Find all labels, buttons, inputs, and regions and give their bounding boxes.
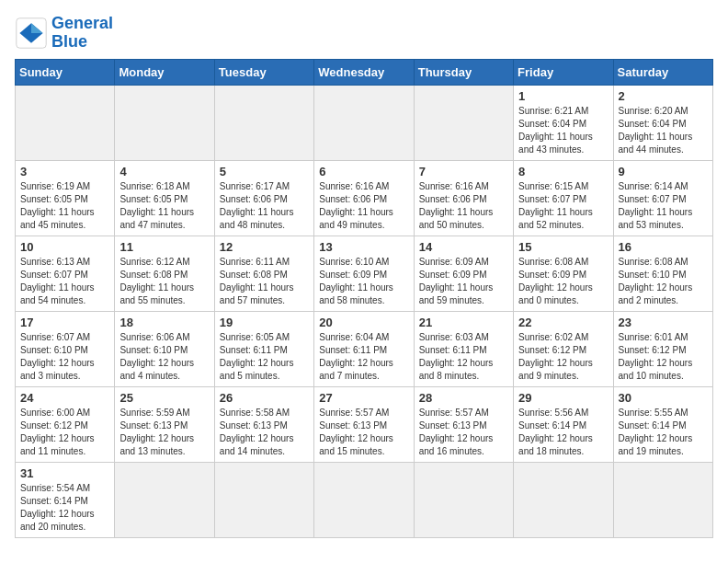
day-info: Sunrise: 6:06 AM Sunset: 6:10 PM Dayligh… — [119, 331, 209, 383]
empty-cell — [16, 85, 115, 160]
day-number: 9 — [619, 165, 708, 178]
day-cell-14: 14Sunrise: 6:09 AM Sunset: 6:09 PM Dayli… — [414, 236, 513, 311]
day-cell-11: 11Sunrise: 6:12 AM Sunset: 6:08 PM Dayli… — [115, 236, 214, 311]
day-number: 21 — [419, 316, 508, 329]
day-number: 31 — [20, 466, 109, 480]
day-info: Sunrise: 5:54 AM Sunset: 6:14 PM Dayligh… — [20, 482, 109, 534]
day-info: Sunrise: 5:55 AM Sunset: 6:14 PM Dayligh… — [619, 407, 708, 458]
empty-cell — [514, 462, 613, 537]
day-number: 11 — [119, 240, 209, 254]
logo: General Blue — [15, 15, 113, 52]
day-info: Sunrise: 6:21 AM Sunset: 6:04 PM Dayligh… — [518, 105, 608, 156]
day-info: Sunrise: 5:57 AM Sunset: 6:13 PM Dayligh… — [319, 407, 408, 458]
day-cell-18: 18Sunrise: 6:06 AM Sunset: 6:10 PM Dayli… — [115, 311, 214, 386]
day-number: 16 — [619, 240, 708, 254]
day-cell-30: 30Sunrise: 5:55 AM Sunset: 6:14 PM Dayli… — [613, 386, 712, 462]
day-number: 5 — [220, 165, 309, 178]
day-cell-24: 24Sunrise: 6:00 AM Sunset: 6:12 PM Dayli… — [16, 386, 115, 462]
empty-cell — [115, 462, 214, 537]
day-number: 25 — [119, 391, 209, 405]
day-number: 2 — [619, 89, 708, 103]
day-info: Sunrise: 6:00 AM Sunset: 6:12 PM Dayligh… — [20, 407, 109, 458]
day-info: Sunrise: 6:07 AM Sunset: 6:10 PM Dayligh… — [20, 331, 109, 383]
day-number: 15 — [518, 240, 608, 254]
day-info: Sunrise: 6:08 AM Sunset: 6:10 PM Dayligh… — [619, 256, 708, 307]
day-cell-13: 13Sunrise: 6:10 AM Sunset: 6:09 PM Dayli… — [314, 236, 414, 311]
day-number: 22 — [518, 316, 608, 329]
logo-icon — [15, 17, 48, 50]
day-number: 20 — [319, 316, 408, 329]
day-info: Sunrise: 6:05 AM Sunset: 6:11 PM Dayligh… — [220, 331, 309, 383]
day-info: Sunrise: 6:18 AM Sunset: 6:05 PM Dayligh… — [119, 180, 209, 232]
day-info: Sunrise: 6:15 AM Sunset: 6:07 PM Dayligh… — [518, 180, 608, 232]
day-info: Sunrise: 6:02 AM Sunset: 6:12 PM Dayligh… — [518, 331, 608, 383]
logo-general: General — [51, 14, 113, 32]
empty-cell — [314, 85, 414, 160]
day-cell-21: 21Sunrise: 6:03 AM Sunset: 6:11 PM Dayli… — [414, 311, 513, 386]
day-info: Sunrise: 6:14 AM Sunset: 6:07 PM Dayligh… — [619, 180, 708, 232]
day-info: Sunrise: 6:17 AM Sunset: 6:06 PM Dayligh… — [220, 180, 309, 232]
day-cell-1: 1Sunrise: 6:21 AM Sunset: 6:04 PM Daylig… — [514, 85, 613, 160]
day-cell-27: 27Sunrise: 5:57 AM Sunset: 6:13 PM Dayli… — [314, 386, 414, 462]
day-info: Sunrise: 6:20 AM Sunset: 6:04 PM Dayligh… — [619, 105, 708, 156]
day-number: 19 — [220, 316, 309, 329]
calendar-row-3: 17Sunrise: 6:07 AM Sunset: 6:10 PM Dayli… — [16, 311, 713, 386]
day-number: 17 — [20, 316, 109, 329]
day-number: 27 — [319, 391, 408, 405]
calendar-row-5: 31Sunrise: 5:54 AM Sunset: 6:14 PM Dayli… — [16, 462, 713, 537]
weekday-header-thursday: Thursday — [414, 59, 513, 85]
day-cell-16: 16Sunrise: 6:08 AM Sunset: 6:10 PM Dayli… — [613, 236, 712, 311]
day-number: 28 — [419, 391, 508, 405]
weekday-header-tuesday: Tuesday — [214, 59, 313, 85]
weekday-header-friday: Friday — [514, 59, 613, 85]
day-number: 1 — [518, 89, 608, 103]
day-number: 3 — [20, 165, 109, 178]
empty-cell — [314, 462, 414, 537]
day-info: Sunrise: 5:59 AM Sunset: 6:13 PM Dayligh… — [119, 407, 209, 458]
day-number: 10 — [20, 240, 109, 254]
day-info: Sunrise: 6:16 AM Sunset: 6:06 PM Dayligh… — [319, 180, 408, 232]
weekday-header-row: SundayMondayTuesdayWednesdayThursdayFrid… — [16, 59, 713, 85]
day-info: Sunrise: 6:12 AM Sunset: 6:08 PM Dayligh… — [119, 256, 209, 307]
calendar-row-4: 24Sunrise: 6:00 AM Sunset: 6:12 PM Dayli… — [16, 386, 713, 462]
day-cell-7: 7Sunrise: 6:16 AM Sunset: 6:06 PM Daylig… — [414, 160, 513, 236]
page-header: General Blue — [15, 15, 713, 52]
day-cell-25: 25Sunrise: 5:59 AM Sunset: 6:13 PM Dayli… — [115, 386, 214, 462]
day-number: 6 — [319, 165, 408, 178]
empty-cell — [214, 462, 313, 537]
day-number: 30 — [619, 391, 708, 405]
day-number: 23 — [619, 316, 708, 329]
day-info: Sunrise: 6:16 AM Sunset: 6:06 PM Dayligh… — [419, 180, 508, 232]
day-number: 4 — [119, 165, 209, 178]
day-info: Sunrise: 6:13 AM Sunset: 6:07 PM Dayligh… — [20, 256, 109, 307]
day-info: Sunrise: 5:58 AM Sunset: 6:13 PM Dayligh… — [220, 407, 309, 458]
day-cell-17: 17Sunrise: 6:07 AM Sunset: 6:10 PM Dayli… — [16, 311, 115, 386]
logo-text: General Blue — [51, 15, 113, 52]
calendar-row-1: 3Sunrise: 6:19 AM Sunset: 6:05 PM Daylig… — [16, 160, 713, 236]
logo-blue: Blue — [51, 32, 87, 51]
day-number: 8 — [518, 165, 608, 178]
weekday-header-wednesday: Wednesday — [314, 59, 414, 85]
day-cell-9: 9Sunrise: 6:14 AM Sunset: 6:07 PM Daylig… — [613, 160, 712, 236]
day-info: Sunrise: 6:01 AM Sunset: 6:12 PM Dayligh… — [619, 331, 708, 383]
empty-cell — [214, 85, 313, 160]
day-info: Sunrise: 5:57 AM Sunset: 6:13 PM Dayligh… — [419, 407, 508, 458]
day-number: 13 — [319, 240, 408, 254]
day-cell-8: 8Sunrise: 6:15 AM Sunset: 6:07 PM Daylig… — [514, 160, 613, 236]
day-cell-5: 5Sunrise: 6:17 AM Sunset: 6:06 PM Daylig… — [214, 160, 313, 236]
day-number: 18 — [119, 316, 209, 329]
calendar: SundayMondayTuesdayWednesdayThursdayFrid… — [15, 59, 713, 538]
empty-cell — [115, 85, 214, 160]
empty-cell — [414, 85, 513, 160]
day-info: Sunrise: 6:08 AM Sunset: 6:09 PM Dayligh… — [518, 256, 608, 307]
day-cell-31: 31Sunrise: 5:54 AM Sunset: 6:14 PM Dayli… — [16, 462, 115, 537]
day-number: 24 — [20, 391, 109, 405]
weekday-header-saturday: Saturday — [613, 59, 712, 85]
day-cell-29: 29Sunrise: 5:56 AM Sunset: 6:14 PM Dayli… — [514, 386, 613, 462]
day-cell-20: 20Sunrise: 6:04 AM Sunset: 6:11 PM Dayli… — [314, 311, 414, 386]
calendar-row-0: 1Sunrise: 6:21 AM Sunset: 6:04 PM Daylig… — [16, 85, 713, 160]
day-number: 12 — [220, 240, 309, 254]
day-cell-15: 15Sunrise: 6:08 AM Sunset: 6:09 PM Dayli… — [514, 236, 613, 311]
day-cell-2: 2Sunrise: 6:20 AM Sunset: 6:04 PM Daylig… — [613, 85, 712, 160]
day-cell-10: 10Sunrise: 6:13 AM Sunset: 6:07 PM Dayli… — [16, 236, 115, 311]
